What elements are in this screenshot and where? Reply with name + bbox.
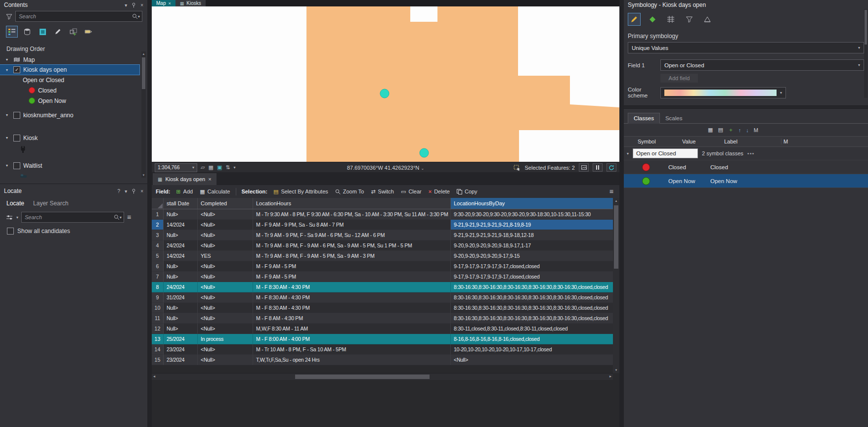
row-number[interactable]: 9 xyxy=(152,292,164,303)
scrollbar-thumb[interactable] xyxy=(865,10,867,45)
column-header-label[interactable]: Label xyxy=(724,139,781,144)
list-by-selection-icon[interactable] xyxy=(37,26,48,38)
cell-location-hours[interactable]: M - Tr 9:30 AM - 8 PM, F 9:30 AM - 6:30 … xyxy=(253,209,451,220)
tree-item-waitlist[interactable]: ▾ Waitlist xyxy=(0,160,147,171)
tab-layer-search[interactable]: Layer Search xyxy=(33,200,68,207)
table-row[interactable]: 12Null><Null>M,W,F 8:30 AM - 11 AM8:30-1… xyxy=(152,324,613,334)
cell-completed[interactable]: In process xyxy=(198,334,253,344)
column-header-install-date[interactable]: stall Date xyxy=(164,198,198,209)
class-row-open-now[interactable]: Open Now Open Now xyxy=(624,174,868,188)
show-all-candidates-checkbox[interactable] xyxy=(7,228,14,235)
filter-icon[interactable] xyxy=(6,13,12,20)
contents-scrollbar[interactable]: ▴ ▾ xyxy=(141,51,146,178)
table-row[interactable]: 3Null><Null>M - Tr 9 AM - 9 PM, F - Sa 9… xyxy=(152,230,613,240)
layer-checkbox-unchecked[interactable] xyxy=(13,112,20,119)
cell-location-hours[interactable]: T,W,Tr,F,Sa,Su - open 24 Hrs xyxy=(253,355,451,365)
cell-location-hours-by-day[interactable]: 8:30-16:30,8:30-16:30,8:30-16:30,8:30-16… xyxy=(451,313,621,324)
cell-completed[interactable]: YES xyxy=(198,251,253,261)
value-cell[interactable]: Open Now xyxy=(668,178,710,184)
select-all-corner[interactable] xyxy=(152,198,164,209)
chevron-down-icon[interactable]: ▾ xyxy=(780,91,782,95)
table-row[interactable]: 931/2024<Null>M - F 8:30 AM - 4:30 PM8:3… xyxy=(152,292,613,303)
add-value-icon[interactable]: ＋ xyxy=(728,126,734,134)
more-button-partial[interactable]: M xyxy=(754,127,758,133)
table-horizontal-scrollbar[interactable]: ◂ ▸ xyxy=(152,373,613,380)
help-icon[interactable]: ? xyxy=(118,189,121,194)
add-field-button[interactable]: Add field xyxy=(660,74,698,83)
cell-install-date[interactable]: 25/2024 xyxy=(164,334,198,344)
cell-location-hours-by-day[interactable]: 10-20,10-20,10-20,10-20,10-17,10-17,clos… xyxy=(451,344,621,355)
legend-item-closed[interactable]: Closed xyxy=(0,85,147,95)
cell-location-hours[interactable]: M - F 8:30 AM - 4:30 PM xyxy=(253,282,451,292)
chevron-down-icon[interactable]: ▾ xyxy=(192,165,194,170)
row-number[interactable]: 4 xyxy=(152,240,164,251)
move-up-icon[interactable]: ↑ xyxy=(738,127,741,133)
close-icon[interactable]: × xyxy=(140,2,143,8)
tab-classes[interactable]: Classes xyxy=(628,113,660,124)
cell-completed[interactable]: <Null> xyxy=(198,344,253,355)
cell-location-hours[interactable]: M,W,F 8:30 AM - 11 AM xyxy=(253,324,451,334)
chevron-down-icon[interactable]: ▾ xyxy=(16,215,18,220)
tree-item-map[interactable]: ▾ Map xyxy=(0,54,147,65)
table-row-selected[interactable]: 1325/2024In processM - F 8:00 AM - 4:00 … xyxy=(152,334,613,344)
pane-menu-icon[interactable]: ▾ xyxy=(125,189,127,194)
copy-button[interactable]: Copy xyxy=(456,188,478,195)
chevron-down-icon[interactable]: ▾ xyxy=(120,215,122,220)
select-tool-icon[interactable]: ▱ xyxy=(201,164,205,171)
cell-install-date[interactable]: 24/2024 xyxy=(164,282,198,292)
symbology-scrollbar[interactable] xyxy=(864,9,868,98)
scroll-right-icon[interactable]: ▸ xyxy=(609,374,611,379)
column-header-completed[interactable]: Completed xyxy=(198,198,253,209)
cell-install-date[interactable]: Null> xyxy=(164,313,198,324)
add-field-button[interactable]: ⊞Add xyxy=(175,188,194,195)
cell-location-hours[interactable]: M - Tr 10 AM - 8 PM, F - Sa 10 AM - 5PM xyxy=(253,344,451,355)
contents-search[interactable]: ▾ xyxy=(15,11,142,22)
symbol-cell[interactable] xyxy=(624,177,668,185)
scroll-down-icon[interactable]: ▾ xyxy=(141,173,146,177)
scrollbar-thumb[interactable] xyxy=(142,57,145,89)
value-cell[interactable]: Closed xyxy=(668,164,710,170)
show-all-values-icon[interactable]: ▤ xyxy=(718,127,723,133)
symbology-method-select[interactable]: Unique Values ▾ xyxy=(628,42,864,53)
color-scheme-select[interactable]: ▾ xyxy=(660,87,786,98)
tree-item-kiosk-days-open[interactable]: ▾ ✓ Kiosk days open xyxy=(0,65,139,75)
cell-location-hours[interactable]: M - F 9 AM - 9 PM, Sa - Su 8 AM - 7 PM xyxy=(253,220,451,230)
cell-location-hours-by-day[interactable]: 8:30-16:30,8:30-16:30,8:30-16:30,8:30-16… xyxy=(451,292,621,303)
primary-symbology-icon[interactable] xyxy=(628,13,641,26)
label-cell[interactable]: Open Now xyxy=(710,178,868,184)
tab-locate[interactable]: Locate xyxy=(6,200,24,207)
cell-location-hours[interactable]: M - Tr 9 AM - 8 PM, F - 9 AM - 5 PM, Sa … xyxy=(253,251,451,261)
cell-location-hours-by-day[interactable]: 8-16,8-16,8-16,8-16,8-16,closed,closed xyxy=(451,334,621,344)
row-number[interactable]: 2 xyxy=(152,220,164,230)
cell-install-date[interactable]: Null> xyxy=(164,303,198,313)
table-row[interactable]: 424/2024<Null>M - Tr 9 AM - 8 PM, F - 9 … xyxy=(152,240,613,251)
zoom-to-button[interactable]: Zoom To xyxy=(334,188,365,195)
list-by-editing-icon[interactable] xyxy=(52,26,64,38)
layer-checkbox-unchecked[interactable] xyxy=(13,162,20,169)
cell-location-hours-by-day[interactable]: 8:30-16:30,8:30-16:30,8:30-16:30,8:30-16… xyxy=(451,303,621,313)
table-vertical-scrollbar[interactable]: ▴ ▾ xyxy=(613,198,619,373)
cell-completed[interactable]: <Null> xyxy=(198,272,253,282)
cell-completed[interactable]: <Null> xyxy=(198,220,253,230)
scroll-up-icon[interactable]: ▴ xyxy=(613,199,619,203)
list-by-snapping-icon[interactable] xyxy=(67,26,79,38)
group-more-icon[interactable]: ••• xyxy=(747,150,755,156)
select-by-attributes-button[interactable]: ▤Select By Attributes xyxy=(272,188,329,195)
switch-selection-button[interactable]: ⇄Switch xyxy=(370,188,395,195)
locate-search[interactable]: ▾ xyxy=(21,212,124,223)
delete-button[interactable]: ×Delete xyxy=(428,188,451,195)
table-row[interactable]: 214/2024<Null>M - F 9 AM - 9 PM, Sa - Su… xyxy=(152,220,613,230)
chevron-down-icon[interactable]: ▾ xyxy=(138,14,140,19)
layer-checkbox-checked[interactable]: ✓ xyxy=(13,66,20,73)
cell-install-date[interactable]: Null> xyxy=(164,209,198,220)
cell-install-date[interactable]: 24/2024 xyxy=(164,240,198,251)
scale-select[interactable]: 1:304,766 ▾ xyxy=(155,163,197,172)
row-number[interactable]: 11 xyxy=(152,313,164,324)
dock-splitter[interactable] xyxy=(619,0,624,427)
cell-location-hours[interactable]: M - F 8:00 AM - 4:00 PM xyxy=(253,334,451,344)
cell-location-hours[interactable]: M - Tr 9 AM - 8 PM, F - 9 AM - 6 PM, Sa … xyxy=(253,240,451,251)
cell-location-hours-by-day[interactable]: 9-21,9-21,9-21,9-21,9-18,9-18,12-18 xyxy=(451,230,621,240)
table-row[interactable]: 10Null><Null>M - F 8:30 AM - 4:30 PM8:30… xyxy=(152,303,613,313)
vary-symbology-icon[interactable] xyxy=(646,13,659,26)
pin-icon[interactable] xyxy=(131,2,136,8)
